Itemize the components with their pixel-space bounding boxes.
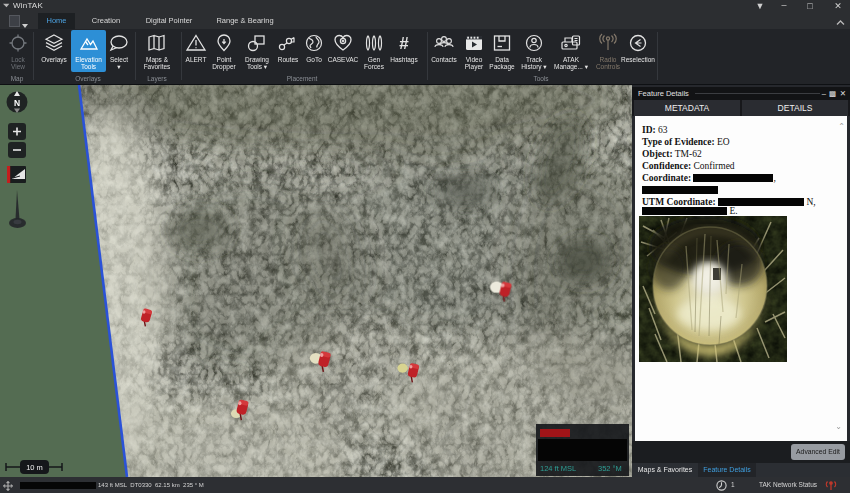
- svg-text:#: #: [399, 34, 409, 53]
- svg-text:N: N: [14, 98, 20, 108]
- svg-text:10 m: 10 m: [26, 463, 43, 472]
- svg-text:352 °M: 352 °M: [598, 464, 622, 473]
- svg-text:124 ft MSL: 124 ft MSL: [540, 464, 576, 473]
